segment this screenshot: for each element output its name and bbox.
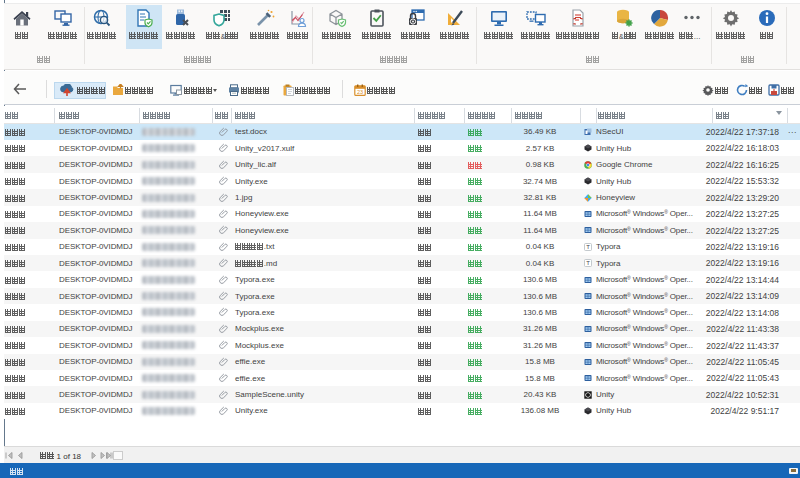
svg-text:T: T <box>586 244 590 250</box>
svg-text:23: 23 <box>357 89 363 95</box>
svg-text:T: T <box>586 260 590 266</box>
